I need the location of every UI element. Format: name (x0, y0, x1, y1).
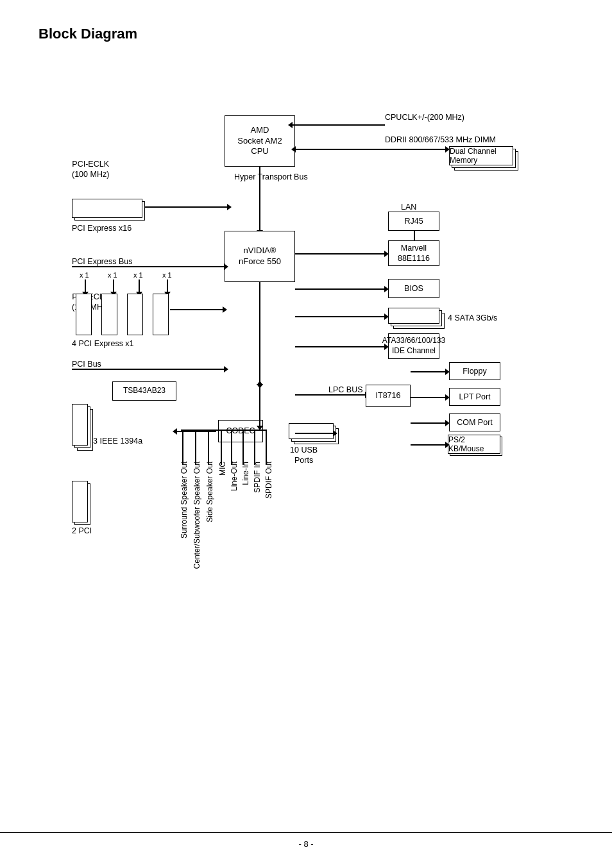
arrow-chipset-marvell (295, 253, 385, 255)
arrow-pcix16-chipset (144, 206, 228, 208)
lpt-label: LPT Port (459, 392, 490, 402)
pci2-label: 2 PCI (72, 526, 92, 536)
pci-eclk-top-label: PCI-ECLK (100 MHz) (72, 159, 109, 180)
audio-line-4 (221, 430, 222, 465)
lan-label: LAN (401, 202, 416, 212)
pci-x16-label: PCI Express x16 (72, 223, 132, 233)
audio-h-top (181, 430, 267, 431)
arrow-chipset-ide (295, 346, 385, 347)
arrow-cpu-dimm (295, 149, 446, 150)
pci-x1-slot-3 (127, 294, 143, 335)
chipset-label: nVIDIA® nForce 550 (239, 246, 281, 267)
audio-line-1 (182, 430, 183, 465)
line-marvell-rj45-h (414, 231, 414, 240)
audio-line-3 (208, 430, 209, 465)
pci-bus-label: PCI Express Bus (72, 256, 132, 267)
arrow-x1-1 (85, 280, 86, 292)
audio-center: Center/Subwoofer Speaker Out (192, 462, 201, 569)
ddrii-label: DDRII 800/667/533 MHz DIMM (385, 135, 496, 145)
arrow-x1-4 (167, 280, 168, 292)
audio-line-7 (254, 430, 255, 465)
audio-lineout: Line-Out (230, 462, 239, 491)
sata-label: 4 SATA 3Gb/s (448, 313, 497, 323)
arrow-x1-3 (139, 280, 140, 292)
x1-label-3: x 1 (133, 271, 143, 280)
ide-box: ATA33/66/100/133 IDE Channel (388, 333, 439, 359)
pci-x1-label: 4 PCI Express x1 (72, 338, 134, 349)
floppy-box: Floppy (449, 362, 500, 380)
audio-line-2 (195, 430, 196, 465)
audio-linein: Line-In (241, 462, 250, 485)
it8716-label: IT8716 (376, 390, 401, 401)
x1-label-1: x 1 (80, 271, 89, 280)
ide-label: ATA33/66/100/133 IDE Channel (382, 336, 445, 356)
codec-box: CODEC (218, 420, 263, 442)
arrow-it8716-lpt (411, 397, 446, 398)
com-box: COM Port (449, 413, 500, 431)
ieee1394-label: 3 IEEE 1394a (93, 436, 142, 446)
audio-line-8 (266, 430, 267, 465)
arrow-lpc-it8716 (295, 394, 366, 396)
cpu-label: AMD Socket AM2 CPU (237, 125, 282, 158)
arrow-it8716-floppy (411, 371, 446, 372)
pci-bus-h-label: PCI Bus (72, 359, 101, 369)
arrow-chipset-usb (295, 433, 334, 434)
pci-x1-slot-4 (153, 294, 169, 335)
rj45-label: RJ45 (404, 216, 423, 226)
arrow-x1-2 (113, 280, 114, 292)
page-title: Block Diagram (38, 26, 137, 42)
dual-channel-label: Dual Channel Memory (450, 147, 513, 165)
arrow-chipset-bios (295, 288, 385, 290)
arrow-it8716-ps2 (411, 444, 446, 446)
cpuclk-label: CPUCLK+/-(200 MHz) (385, 112, 464, 122)
com-label: COM Port (457, 417, 493, 428)
usb-label: 10 USB Ports (290, 445, 318, 466)
arrow-pci-bus (72, 369, 225, 370)
arrow-cpu-chipset (259, 167, 260, 231)
cpu-box: AMD Socket AM2 CPU (225, 115, 295, 167)
audio-surround: Surround Speaker Out (180, 462, 189, 538)
audio-mic: MIC (218, 462, 227, 476)
marvell-label: Marvell 88E1116 (398, 243, 430, 264)
it8716-box: IT8716 (366, 385, 411, 407)
chipset-box: nVIDIA® nForce 550 (225, 231, 295, 282)
lpt-box: LPT Port (449, 388, 500, 406)
ps2-label: PS/2 KB/Mouse (448, 435, 500, 453)
arrow-chipset-sata (295, 316, 385, 317)
audio-line-5 (231, 430, 232, 465)
page-footer: - 8 - (0, 832, 612, 849)
pci-x1-slot-2 (101, 294, 117, 335)
tsb-box: TSB43AB23 (112, 381, 176, 401)
x1-label-2: x 1 (108, 271, 117, 280)
arrow-chipset-codec (259, 385, 260, 426)
x1-label-4: x 1 (162, 271, 172, 280)
marvell-box: Marvell 88E1116 (388, 240, 439, 266)
arrow-lpc-down (259, 282, 260, 385)
arrow-cpuclk (292, 124, 385, 126)
arrow-pciex-bus (72, 266, 225, 267)
arrow-pcieclk-chipset (170, 309, 223, 310)
bios-box: BIOS (388, 279, 439, 298)
tsb-label: TSB43AB23 (123, 386, 166, 396)
pci-x1-slot-1 (76, 294, 92, 335)
floppy-label: Floppy (463, 366, 487, 376)
hyper-transport-label: Hyper Transport Bus (234, 172, 308, 182)
arrow-it8716-com (411, 422, 446, 424)
bios-label: BIOS (404, 283, 423, 294)
audio-side: Side Speaker Out (205, 462, 214, 522)
rj45-box: RJ45 (388, 212, 439, 231)
audio-line-6 (242, 430, 244, 465)
audio-spdif-in: SPDIF In (253, 462, 262, 493)
diagram-area: AMD Socket AM2 CPU CPUCLK+/-(200 MHz) DD… (38, 64, 590, 808)
page-number: - 8 - (298, 839, 313, 849)
audio-spdif-out: SPDIF Out (264, 462, 273, 499)
lpc-bus-label: LPC BUS (328, 385, 363, 395)
